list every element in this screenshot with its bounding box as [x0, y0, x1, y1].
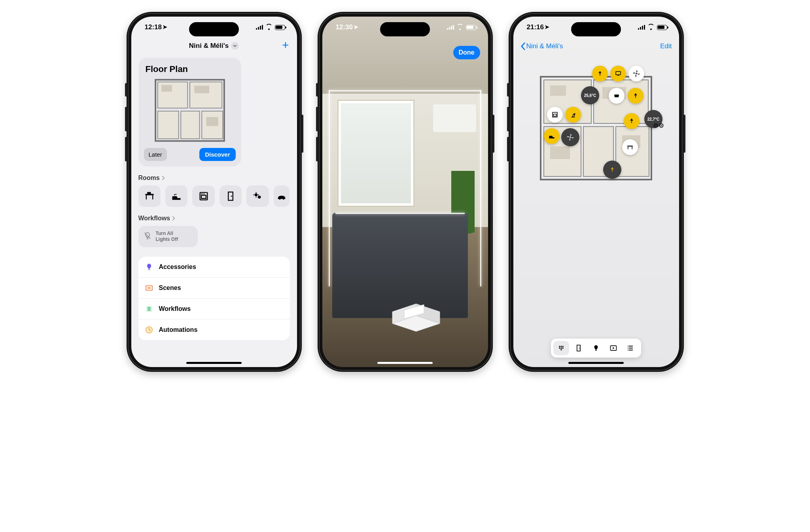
svg-rect-8: [206, 117, 218, 126]
pin-fan-dark-icon[interactable]: [561, 128, 579, 146]
ar-edge-line: [335, 213, 465, 214]
svg-point-14: [176, 194, 177, 195]
workflows-header[interactable]: Workflows: [138, 215, 290, 222]
wifi-icon: [647, 25, 655, 30]
toolbar-bulb-icon[interactable]: [588, 341, 604, 355]
workflows-icon: [145, 305, 153, 313]
svg-point-55: [559, 346, 560, 347]
automations-icon: [145, 326, 153, 334]
ar-camera-view[interactable]: [322, 17, 488, 367]
location-icon: ➤: [545, 24, 549, 30]
pin-lamp-icon[interactable]: [628, 88, 643, 104]
room-tile-garage[interactable]: [274, 186, 290, 207]
dynamic-island: [380, 22, 430, 36]
ar-edge-line: [329, 90, 481, 91]
home-indicator[interactable]: [568, 362, 624, 364]
svg-point-68: [628, 350, 628, 350]
battery-icon: [466, 25, 476, 30]
pin-lamp-icon[interactable]: [624, 113, 640, 129]
svg-rect-27: [148, 269, 150, 270]
svg-point-66: [628, 346, 628, 346]
toolbar-scenes-icon[interactable]: [606, 341, 621, 355]
svg-rect-54: [632, 147, 633, 150]
edit-button[interactable]: Edit: [660, 42, 672, 50]
toolbar-door-icon[interactable]: [571, 341, 587, 355]
list-item-workflows[interactable]: Workflows: [138, 299, 290, 320]
rooms-row: [138, 186, 290, 207]
floor-plan-map[interactable]: 25,6°C 22,7°C ⚙︎⚙︎: [533, 69, 659, 191]
svg-point-25: [283, 198, 284, 200]
list-item-scenes[interactable]: Scenes: [138, 278, 290, 299]
svg-rect-11: [152, 195, 153, 200]
svg-point-18: [202, 193, 203, 194]
pin-lamp-off-icon[interactable]: [603, 161, 621, 179]
svg-rect-6: [161, 85, 172, 92]
wifi-icon: [265, 25, 273, 30]
toolbar-grid-icon[interactable]: [553, 341, 569, 355]
done-button[interactable]: Done: [453, 46, 480, 59]
svg-rect-4: [181, 111, 199, 139]
phone-floor-plan-view: 21:16➤ Nini & Méli's Edit: [509, 12, 684, 372]
scenes-icon: [145, 284, 153, 292]
svg-rect-7: [194, 86, 209, 93]
room-tile-bedroom[interactable]: [165, 186, 187, 207]
bulb-icon: [145, 263, 153, 271]
status-time: 21:16: [527, 23, 544, 31]
svg-point-22: [255, 193, 257, 196]
pin-oven-icon[interactable]: [547, 107, 563, 123]
discover-button[interactable]: Discover: [199, 148, 235, 161]
toolbar-list-icon[interactable]: [623, 341, 639, 355]
svg-point-47: [636, 73, 637, 74]
floor-plan-thumbnail[interactable]: [152, 77, 227, 144]
pin-temperature[interactable]: 25,6°C: [581, 86, 599, 104]
svg-rect-10: [146, 195, 146, 200]
cellular-icon: [447, 25, 454, 30]
room-tile-kitchen[interactable]: [192, 186, 214, 207]
ar-edge-line: [329, 90, 330, 286]
view-toolbar: [551, 339, 641, 358]
room-tile-climate[interactable]: [246, 186, 269, 207]
svg-rect-53: [628, 147, 628, 150]
location-icon: ➤: [354, 24, 358, 30]
pin-sofa-icon[interactable]: [609, 88, 625, 104]
phone-room-scan: 12:30➤: [318, 12, 493, 372]
svg-point-24: [279, 198, 280, 200]
ar-edge-line: [480, 90, 481, 286]
list-item-accessories[interactable]: Accessories: [138, 257, 290, 278]
svg-point-56: [560, 346, 562, 347]
floor-plan-card: Floor Plan Later: [138, 58, 241, 167]
status-time: 12:18: [145, 23, 162, 31]
home-picker-chevron-icon[interactable]: [231, 42, 239, 50]
svg-rect-46: [617, 75, 619, 76]
pin-bed-icon[interactable]: [544, 128, 560, 144]
home-indicator[interactable]: [377, 362, 433, 364]
svg-point-58: [559, 347, 560, 348]
svg-point-13: [174, 194, 175, 195]
card-title: Floor Plan: [146, 64, 236, 74]
window-shape: [339, 101, 413, 206]
bulb-off-icon: [143, 231, 152, 242]
room-tile-entry[interactable]: [220, 186, 242, 207]
svg-rect-62: [577, 345, 580, 351]
home-indicator[interactable]: [186, 362, 242, 364]
pin-desk-lamp-icon[interactable]: [565, 107, 581, 123]
add-button[interactable]: +: [282, 40, 289, 51]
svg-point-63: [579, 348, 580, 348]
svg-point-51: [570, 136, 571, 138]
pin-lamp-icon[interactable]: [592, 66, 608, 81]
battery-icon: [275, 25, 285, 30]
pin-fan-icon[interactable]: [628, 66, 644, 81]
workflow-turn-all-lights-off[interactable]: Turn AllLights Off: [138, 226, 198, 247]
svg-rect-49: [553, 114, 556, 116]
room-tile-desk[interactable]: [138, 186, 161, 207]
status-time: 12:30: [336, 23, 353, 31]
later-button[interactable]: Later: [144, 148, 167, 161]
home-name[interactable]: Nini & Méli's: [189, 42, 229, 50]
pin-tv-icon[interactable]: [610, 66, 626, 81]
back-button[interactable]: Nini & Méli's: [520, 42, 563, 50]
list-item-automations[interactable]: Automations: [138, 320, 290, 340]
rooms-header[interactable]: Rooms: [138, 174, 290, 182]
svg-point-57: [562, 346, 564, 347]
svg-point-61: [560, 349, 562, 350]
pin-desk-icon[interactable]: [622, 139, 638, 155]
